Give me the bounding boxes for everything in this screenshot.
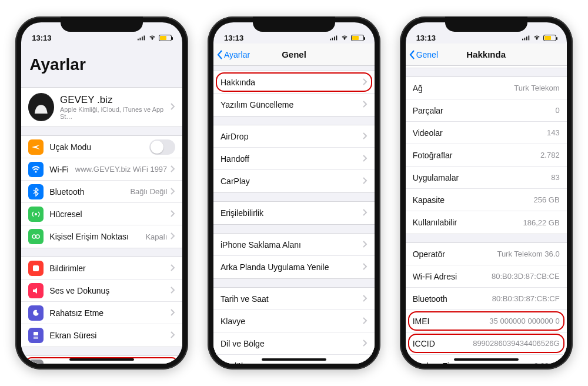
profile-name: GEVEY .biz bbox=[60, 94, 167, 106]
row-handoff[interactable]: Handoff bbox=[213, 148, 375, 170]
row-about[interactable]: Hakkında bbox=[213, 71, 375, 94]
row-datetime[interactable]: Tarih ve Saat bbox=[213, 288, 375, 310]
row-iccid[interactable]: ICCID 8990286039434406526G bbox=[406, 332, 567, 355]
cellular-icon bbox=[28, 207, 44, 222]
row-software-update[interactable]: Yazılım Güncelleme bbox=[213, 94, 375, 116]
wifi-icon bbox=[340, 34, 349, 42]
phone-frame-2: 13:13 Ayarlar Genel Hakkında bbox=[208, 16, 380, 370]
row-label: Bluetooth bbox=[413, 294, 447, 304]
svg-rect-19 bbox=[528, 36, 529, 41]
status-time: 13:13 bbox=[416, 34, 436, 42]
chevron-right-icon bbox=[363, 100, 368, 109]
row-cellular[interactable]: Hücresel bbox=[21, 203, 182, 225]
row-accessibility[interactable]: Erişilebilirlik bbox=[213, 202, 375, 224]
chevron-right-icon bbox=[171, 286, 175, 295]
gear-icon bbox=[28, 360, 44, 364]
svg-rect-10 bbox=[34, 332, 38, 335]
row-apps[interactable]: Uygulamalar83 bbox=[406, 167, 567, 189]
row-notifications[interactable]: Bildirimler bbox=[21, 257, 182, 279]
row-wifi[interactable]: Wi-Fi www.GEVEY.biz WiFi 1997 bbox=[21, 158, 182, 181]
row-label: Erişilebilirlik bbox=[220, 208, 263, 218]
back-label: Ayarlar bbox=[224, 50, 250, 59]
battery-icon bbox=[351, 35, 364, 41]
battery-icon bbox=[159, 35, 172, 41]
row-carplay[interactable]: CarPlay bbox=[213, 170, 375, 192]
row-songs[interactable]: Parçalar0 bbox=[406, 99, 567, 122]
chevron-right-icon bbox=[171, 308, 175, 318]
back-button[interactable]: Ayarlar bbox=[217, 50, 250, 59]
notch bbox=[445, 16, 527, 32]
row-storage[interactable]: iPhone Saklama Alanı bbox=[213, 234, 375, 256]
row-value: 35 000000 000000 0 bbox=[489, 317, 559, 325]
row-airplane[interactable]: Uçak Modu bbox=[21, 136, 182, 158]
row-available[interactable]: Kullanılabilir186,22 GB bbox=[406, 211, 567, 234]
row-label: Arka Planda Uygulama Yenile bbox=[220, 262, 329, 272]
row-label: Wi-Fi bbox=[49, 165, 69, 174]
navbar: Ayarlar Genel bbox=[213, 44, 375, 66]
row-value: 143 bbox=[547, 128, 560, 137]
row-value: 83 bbox=[551, 173, 559, 182]
row-label: Operatör bbox=[413, 249, 445, 259]
row-screentime[interactable]: Ekran Süresi bbox=[21, 324, 182, 347]
row-capacity[interactable]: Kapasite256 GB bbox=[406, 189, 567, 211]
chevron-right-icon bbox=[363, 361, 368, 364]
row-value: 80:B0:3D:87:CB:CF bbox=[492, 294, 560, 303]
notch bbox=[253, 16, 335, 32]
chevron-right-icon bbox=[363, 294, 368, 304]
row-wifi-address[interactable]: Wi-Fi Adresi80:B0:3D:87:CB:CE bbox=[406, 265, 567, 288]
chevron-right-icon bbox=[171, 165, 175, 174]
chevron-right-icon bbox=[363, 317, 368, 326]
svg-rect-3 bbox=[144, 36, 145, 41]
row-photos[interactable]: Fotoğraflar2.782 bbox=[406, 144, 567, 167]
row-label: Bildirimler bbox=[49, 264, 85, 273]
row-label: Klavye bbox=[220, 317, 245, 326]
svg-rect-14 bbox=[334, 36, 335, 40]
row-keyboard[interactable]: Klavye bbox=[213, 310, 375, 332]
apple-id-row[interactable]: GEVEY .biz Apple Kimliği, iCloud, iTunes… bbox=[21, 88, 182, 127]
row-hotspot[interactable]: Kişisel Erişim Noktası Kapalı bbox=[21, 225, 182, 248]
profile-sub: Apple Kimliği, iCloud, iTunes ve App St… bbox=[60, 106, 167, 120]
chevron-right-icon bbox=[171, 331, 175, 340]
airplane-toggle[interactable] bbox=[149, 139, 175, 155]
svg-point-8 bbox=[36, 235, 39, 238]
svg-point-7 bbox=[32, 235, 36, 238]
chevron-right-icon bbox=[363, 262, 368, 272]
row-videos[interactable]: Videolar143 bbox=[406, 122, 567, 144]
phone-frame-1: 13:13 Ayarlar GEVEY .biz bbox=[15, 16, 188, 370]
row-label: AirDrop bbox=[220, 132, 248, 141]
row-imei[interactable]: IMEI 35 000000 000000 0 bbox=[406, 310, 567, 332]
battery-icon bbox=[543, 35, 556, 41]
back-button[interactable]: Genel bbox=[409, 50, 438, 59]
row-language-region[interactable]: Dil ve Bölge bbox=[213, 332, 375, 355]
signal-icon bbox=[138, 34, 146, 42]
row-sounds[interactable]: Ses ve Dokunuş bbox=[21, 279, 182, 302]
row-serial[interactable]: Seri Numarası DNPV1U1LJCL9 bbox=[406, 66, 567, 68]
row-carrier[interactable]: OperatörTurk Telekom 36.0 bbox=[406, 243, 567, 265]
chevron-right-icon bbox=[363, 208, 368, 218]
row-bgapp-refresh[interactable]: Arka Planda Uygulama Yenile bbox=[213, 256, 375, 278]
svg-rect-2 bbox=[142, 36, 143, 40]
svg-rect-9 bbox=[33, 265, 39, 271]
row-value: 2.782 bbox=[540, 151, 560, 159]
bluetooth-icon bbox=[28, 184, 44, 199]
row-label: Yazılım Güncelleme bbox=[220, 100, 293, 109]
notifications-icon bbox=[28, 261, 44, 276]
status-time: 13:13 bbox=[224, 34, 243, 42]
row-label: CarPlay bbox=[220, 177, 250, 186]
svg-rect-15 bbox=[336, 36, 337, 41]
row-label: Handoff bbox=[220, 154, 249, 164]
row-label: Genel bbox=[49, 362, 71, 364]
row-bluetooth[interactable]: Bluetooth Bağlı Değil bbox=[21, 181, 182, 203]
row-network[interactable]: AğTurk Telekom bbox=[406, 77, 567, 99]
chevron-right-icon bbox=[363, 154, 368, 164]
page-title: Ayarlar bbox=[21, 44, 182, 79]
row-label: ICCID bbox=[413, 339, 435, 348]
row-label: Hakkında bbox=[220, 78, 255, 87]
row-dnd[interactable]: Rahatsız Etme bbox=[21, 302, 182, 324]
row-value: 0 bbox=[555, 106, 559, 115]
nav-title: Genel bbox=[282, 49, 306, 59]
row-label: Kapasite bbox=[413, 195, 445, 205]
row-airdrop[interactable]: AirDrop bbox=[213, 125, 375, 148]
row-label: Kişisel Erişim Noktası bbox=[49, 232, 129, 241]
row-bt-address[interactable]: Bluetooth80:B0:3D:87:CB:CF bbox=[406, 288, 567, 310]
